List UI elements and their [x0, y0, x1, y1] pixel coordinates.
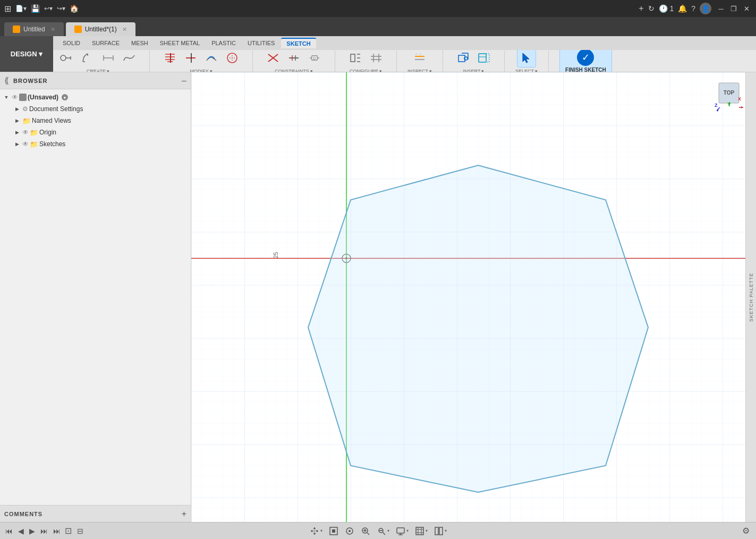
svg-rect-70: [397, 528, 404, 533]
snap-button[interactable]: [327, 525, 341, 537]
inspect-buttons: ←→: [410, 50, 429, 68]
folder-root-icon: [19, 94, 27, 101]
constraint-tool1[interactable]: [264, 50, 283, 68]
move-tool-button[interactable]: ▾: [308, 525, 325, 537]
tree-item-doc-settings[interactable]: ▶ ⚙ Document Settings: [0, 103, 191, 115]
zoom-fit-button[interactable]: ▾: [375, 525, 392, 537]
tab-icon-active: [74, 26, 82, 33]
pan-button[interactable]: [343, 525, 356, 537]
configure-tool1[interactable]: [346, 50, 365, 68]
bottom-left: ⏮ ◀ ▶ ⏭ ⏭ ⊡ ⊟: [4, 526, 83, 536]
zoom-in-button[interactable]: [359, 525, 372, 537]
add-tab-button[interactable]: +: [639, 4, 643, 13]
arc-tool[interactable]: [78, 50, 97, 68]
home-button[interactable]: 🏠: [70, 4, 79, 13]
tree-label-root: (Unsaved): [28, 94, 58, 101]
tab-mesh[interactable]: MESH: [126, 38, 154, 48]
select-tool[interactable]: [517, 50, 536, 68]
tree-item-origin[interactable]: ▶ 👁 📁 Origin: [0, 127, 191, 138]
expand-doc-settings-icon[interactable]: ▶: [13, 105, 21, 113]
sidebar: ⟪ BROWSER – ▼ 👁 (Unsaved) ● ▶ ⚙ Document…: [0, 72, 191, 522]
new-button[interactable]: 📄▾: [15, 5, 27, 12]
comments-add-button[interactable]: +: [182, 509, 186, 519]
dimension-constraint[interactable]: D: [305, 50, 324, 68]
tab-close-button[interactable]: ✕: [50, 26, 55, 33]
eye-sketches-icon[interactable]: 👁: [22, 140, 29, 148]
user-avatar[interactable]: 👤: [700, 3, 711, 14]
help-icon[interactable]: ?: [691, 4, 695, 13]
design-dropdown[interactable]: DESIGN ▾: [0, 36, 53, 72]
sync-icon[interactable]: ↻: [648, 4, 655, 13]
display-button[interactable]: ▾: [394, 525, 411, 537]
select-buttons: [517, 50, 536, 68]
svg-line-68: [383, 532, 385, 535]
nav-play-button[interactable]: ▶: [28, 526, 36, 536]
inspect-tool1[interactable]: ←→: [410, 50, 429, 68]
nav-first-button[interactable]: ⏮: [4, 526, 14, 536]
bottom-right: ⚙: [740, 525, 752, 537]
apps-icon[interactable]: ⊞: [4, 4, 11, 14]
sep3: [335, 50, 335, 72]
history-icon[interactable]: 🕐 1: [659, 4, 674, 13]
trim-tool[interactable]: [160, 50, 180, 68]
tree-item-sketches[interactable]: ▶ 👁 📁 Sketches: [0, 138, 191, 150]
constraint-tool2[interactable]: [284, 50, 303, 68]
nav-last-button[interactable]: ⏭: [52, 526, 62, 536]
expand-origin-icon[interactable]: ▶: [13, 128, 21, 137]
expand-sketches-icon[interactable]: ▶: [13, 140, 21, 148]
browser-collapse-button[interactable]: ⟪: [4, 75, 9, 86]
svg-rect-79: [439, 527, 443, 535]
tab-sheet-metal[interactable]: SHEET METAL: [155, 38, 205, 48]
view-cube[interactable]: TOP X Y Z: [715, 79, 741, 111]
tree-item-named-views[interactable]: ▶ 📁 Named Views: [0, 115, 191, 127]
configure-tool2[interactable]: [367, 50, 386, 68]
trim-tool2[interactable]: [181, 50, 200, 68]
main-area: ⟪ BROWSER – ▼ 👁 (Unsaved) ● ▶ ⚙ Document…: [0, 72, 756, 522]
canvas-area[interactable]: 25 TOP: [191, 72, 756, 522]
settings-button[interactable]: ⚙: [740, 525, 752, 537]
grid-dropdown-arrow: ▾: [426, 528, 428, 533]
svg-point-62: [349, 530, 351, 532]
tab-surface[interactable]: SURFACE: [87, 38, 125, 48]
close-button[interactable]: ✕: [741, 3, 752, 14]
restore-button[interactable]: ❐: [728, 3, 739, 14]
nav-next-button[interactable]: ⏭: [39, 526, 49, 536]
toolbar-group-select: SELECT ▾: [515, 50, 538, 72]
browser-add-button[interactable]: –: [182, 76, 186, 86]
titlebar-right: + ↻ 🕐 1 🔔 ? 👤 ─ ❐ ✕: [639, 3, 752, 14]
insert-tool2[interactable]: [474, 50, 494, 68]
eye-origin-icon[interactable]: 👁: [22, 129, 29, 136]
expand-named-views-icon[interactable]: ▶: [13, 116, 21, 125]
modify-dropdown-arrow: ▾: [210, 69, 213, 72]
panels-button[interactable]: ▾: [432, 525, 449, 537]
tab-close-active-button[interactable]: ✕: [122, 26, 127, 33]
tab-plastic[interactable]: PLASTIC: [206, 38, 241, 48]
minimize-button[interactable]: ─: [716, 3, 726, 14]
offset-tool[interactable]: [202, 50, 221, 68]
dimension-tool[interactable]: [99, 50, 118, 68]
redo-button[interactable]: ↪▾: [57, 5, 65, 12]
constraints-buttons: D: [264, 50, 324, 68]
save-button[interactable]: 💾: [31, 4, 40, 13]
insert-tool1[interactable]: [454, 50, 473, 68]
tab-untitled-1[interactable]: Untitled*(1) ✕: [66, 22, 135, 36]
tab-solid[interactable]: SOLID: [57, 38, 86, 48]
notifications-icon[interactable]: 🔔: [678, 4, 687, 13]
tab-label-active: Untitled*(1): [85, 26, 117, 33]
undo-button[interactable]: ↩▾: [44, 5, 53, 12]
spline-tool[interactable]: [120, 50, 139, 68]
titlebar-left: ⊞ 📄▾ 💾 ↩▾ ↪▾ 🏠: [4, 4, 79, 14]
grid-button[interactable]: ▾: [413, 525, 430, 537]
toolbar-group-modify: MODIFY ▾: [160, 50, 242, 72]
expand-root-icon[interactable]: ▼: [2, 93, 11, 102]
eye-root-icon[interactable]: 👁: [12, 94, 18, 101]
tree-item-root[interactable]: ▼ 👁 (Unsaved) ●: [0, 91, 191, 103]
svg-rect-41: [479, 54, 486, 62]
circle-tool[interactable]: [223, 50, 242, 68]
nav-prev-button[interactable]: ◀: [17, 526, 25, 536]
line-tool[interactable]: [57, 50, 77, 68]
tab-utilities[interactable]: UTILITIES: [242, 38, 280, 48]
tab-untitled[interactable]: Untitled ✕: [4, 22, 64, 36]
tab-sketch[interactable]: SKETCH: [281, 38, 316, 48]
finish-sketch-button[interactable]: ✓ FINISH SKETCH: [559, 50, 612, 72]
